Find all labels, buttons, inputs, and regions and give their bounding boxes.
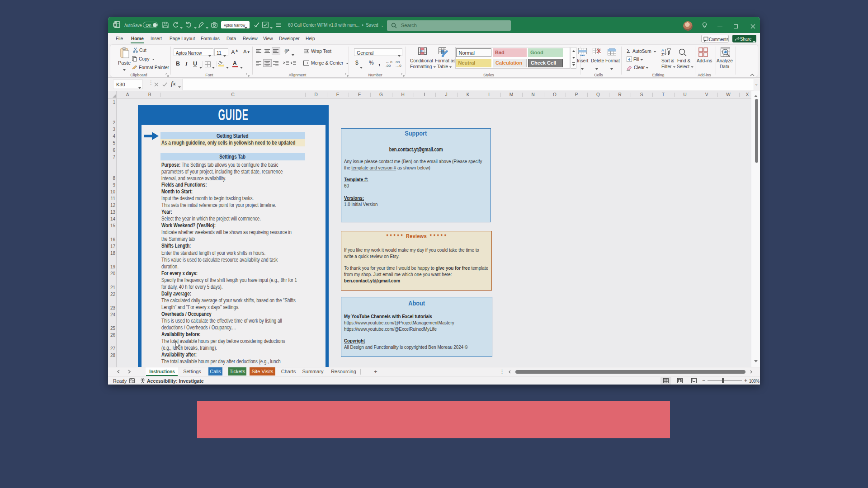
svg-text:Z: Z [661, 52, 664, 56]
svg-text:ab: ab [284, 48, 288, 53]
svg-text:A: A [661, 48, 664, 52]
svg-text:X: X [114, 23, 117, 27]
